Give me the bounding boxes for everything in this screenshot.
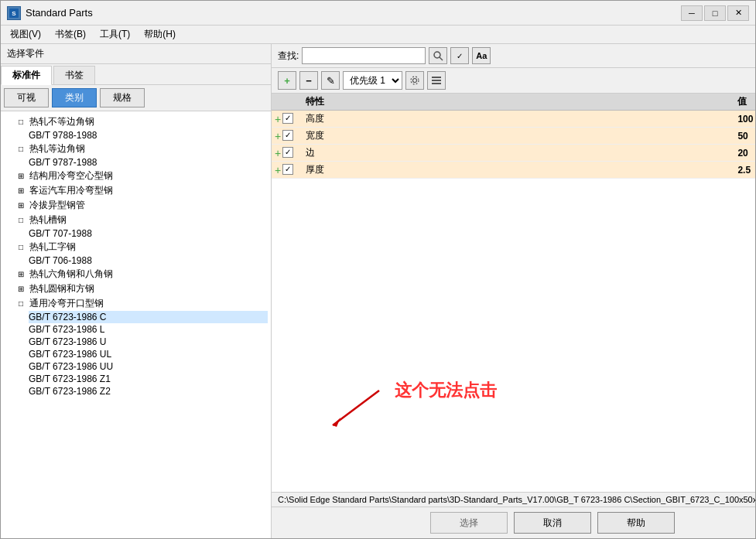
middle-panel: 查找: ✓ Aa + − ✎ 优先级 1 — [272, 44, 755, 538]
btn-category[interactable]: 类别 — [52, 88, 97, 107]
left-panel: 选择零件 标准件 书签 可视 类别 规格 □ 热轧不等边角钢 GB/T 9788… — [1, 44, 272, 538]
settings-button[interactable] — [405, 71, 424, 90]
tree-item-9[interactable]: □ 热轧工字钢 — [16, 240, 268, 254]
tree-item-16[interactable]: GB/T 6723-1986 U — [29, 336, 268, 348]
edit-property-button[interactable]: ✎ — [321, 71, 340, 90]
prop-value-2: 20 — [737, 148, 755, 159]
tree-item-14[interactable]: GB/T 6723-1986 C — [29, 311, 268, 323]
prop-check-icon-1: ✓ — [282, 130, 293, 141]
tree-collapse-icon-9: □ — [16, 243, 26, 251]
btn-spec[interactable]: 规格 — [100, 88, 145, 107]
tree-item-18[interactable]: GB/T 6723-1986 UU — [29, 360, 268, 373]
search-input[interactable] — [302, 47, 426, 64]
tree-item-1[interactable]: GB/T 9788-1988 — [29, 129, 268, 142]
window-controls: ─ □ ✕ — [681, 5, 749, 21]
svg-line-3 — [440, 57, 443, 60]
svg-rect-8 — [432, 83, 441, 84]
prop-row-width[interactable]: + ✓ 宽度 50 mm — [272, 128, 755, 145]
tree-item-0[interactable]: □ 热轧不等边角钢 — [16, 114, 268, 129]
main-content: 选择零件 标准件 书签 可视 类别 规格 □ 热轧不等边角钢 GB/T 9788… — [1, 44, 755, 538]
remove-property-button[interactable]: − — [299, 71, 318, 90]
prop-add-icon-3: + — [275, 164, 281, 176]
menu-tools[interactable]: 工具(T) — [94, 26, 136, 43]
tree-item-7[interactable]: □ 热轧槽钢 — [16, 213, 268, 227]
svg-rect-7 — [432, 80, 441, 81]
tree-item-6[interactable]: ⊞ 冷拔异型钢管 — [16, 198, 268, 213]
menu-bar: 视图(V) 书签(B) 工具(T) 帮助(H) — [1, 26, 755, 44]
filepath-bar: C:\Solid Edge Standard Parts\Standard pa… — [272, 492, 755, 507]
prop-row-thickness[interactable]: + ✓ 厚度 2.5 mm — [272, 162, 755, 179]
search-row: 查找: ✓ Aa — [272, 44, 755, 68]
tree-collapse-icon-2: □ — [16, 145, 26, 153]
tree-item-17[interactable]: GB/T 6723-1986 UL — [29, 348, 268, 360]
maximize-button[interactable]: □ — [704, 5, 726, 21]
tree-item-4[interactable]: ⊞ 结构用冷弯空心型钢 — [16, 169, 268, 183]
title-bar: S Standard Parts ─ □ ✕ — [1, 1, 755, 26]
cancel-button[interactable]: 取消 — [514, 512, 591, 534]
tree-item-2[interactable]: □ 热轧等边角钢 — [16, 142, 268, 156]
priority-select[interactable]: 优先级 1 — [343, 71, 402, 90]
menu-help[interactable]: 帮助(H) — [138, 26, 182, 43]
search-label: 查找: — [278, 49, 299, 63]
prop-add-icon-0: + — [275, 113, 281, 125]
toolbar-row: + − ✎ 优先级 1 — [272, 68, 755, 94]
tree-item-5[interactable]: ⊞ 客运汽车用冷弯型钢 — [16, 183, 268, 198]
prop-check-icon-3: ✓ — [282, 164, 293, 175]
svg-point-5 — [411, 77, 419, 84]
search-magnify-button[interactable] — [429, 47, 447, 64]
select-part-header: 选择零件 — [1, 44, 271, 64]
prop-row-height[interactable]: + ✓ 高度 100 mm — [272, 111, 755, 128]
tree-collapse-icon-13: □ — [16, 299, 26, 308]
prop-check-icon-2: ✓ — [282, 147, 293, 158]
add-property-button[interactable]: + — [278, 71, 296, 90]
prop-row-edge[interactable]: + ✓ 边 20 mm — [272, 145, 755, 162]
bottom-buttons: 选择 取消 帮助 — [272, 507, 755, 538]
tree-collapse-icon-0: □ — [16, 118, 26, 126]
prop-value-3: 2.5 — [737, 165, 755, 176]
help-button[interactable]: 帮助 — [597, 512, 675, 534]
btn-visible[interactable]: 可视 — [4, 88, 49, 107]
tree-item-3[interactable]: GB/T 9787-1988 — [29, 156, 268, 169]
tree-item-13[interactable]: □ 通用冷弯开口型钢 — [16, 296, 268, 311]
menu-view[interactable]: 视图(V) — [4, 26, 47, 43]
tree-item-20[interactable]: GB/T 6723-1986 Z2 — [29, 385, 268, 397]
tree-item-12[interactable]: ⊞ 热轧圆钢和方钢 — [16, 281, 268, 296]
prop-name-0: 高度 — [306, 112, 737, 125]
prop-row-icons-1: + ✓ — [275, 130, 306, 142]
close-button[interactable]: ✕ — [727, 5, 749, 21]
select-button: 选择 — [430, 512, 508, 534]
prop-col-icon-hdr — [275, 95, 306, 108]
view-buttons: 可视 类别 规格 — [1, 85, 271, 111]
search-check-button[interactable]: ✓ — [450, 47, 469, 64]
window-title: Standard Parts — [26, 7, 681, 19]
tab-bookmark[interactable]: 书签 — [53, 66, 95, 84]
main-window: S Standard Parts ─ □ ✕ 视图(V) 书签(B) 工具(T)… — [0, 0, 756, 539]
tree-item-10[interactable]: GB/T 706-1988 — [29, 254, 268, 267]
prop-hdr-name: 特性 — [306, 95, 737, 108]
tree-expand-icon-5: ⊞ — [16, 186, 26, 195]
tree-item-8[interactable]: GB/T 707-1988 — [29, 227, 268, 240]
menu-bookmark[interactable]: 书签(B) — [49, 26, 92, 43]
tree-expand-icon-4: ⊞ — [16, 172, 26, 180]
parts-tree[interactable]: □ 热轧不等边角钢 GB/T 9788-1988 □ 热轧等边角钢 GB/T 9… — [1, 111, 271, 538]
tree-item-11[interactable]: ⊞ 热轧六角钢和八角钢 — [16, 267, 268, 281]
minimize-button[interactable]: ─ — [681, 5, 703, 21]
properties-table: 特性 值 单位 + ✓ 高度 100 mm + — [272, 94, 755, 492]
app-icon: S — [7, 6, 21, 20]
list-button[interactable] — [427, 71, 446, 90]
tab-standard[interactable]: 标准件 — [1, 66, 52, 85]
prop-add-icon-2: + — [275, 147, 281, 159]
prop-check-icon-0: ✓ — [282, 113, 293, 124]
prop-header: 特性 值 单位 — [272, 94, 755, 111]
prop-name-2: 边 — [306, 146, 737, 159]
tree-expand-icon-11: ⊞ — [16, 270, 26, 278]
tree-item-15[interactable]: GB/T 6723-1986 L — [29, 323, 268, 336]
prop-row-icons-0: + ✓ — [275, 113, 306, 125]
tree-item-19[interactable]: GB/T 6723-1986 Z1 — [29, 373, 268, 385]
tree-expand-icon-12: ⊞ — [16, 285, 26, 293]
search-aa-button[interactable]: Aa — [472, 47, 491, 64]
prop-name-1: 宽度 — [306, 129, 737, 142]
tree-expand-icon-6: ⊞ — [16, 201, 26, 210]
prop-add-icon-1: + — [275, 130, 281, 142]
prop-row-icons-2: + ✓ — [275, 147, 306, 159]
